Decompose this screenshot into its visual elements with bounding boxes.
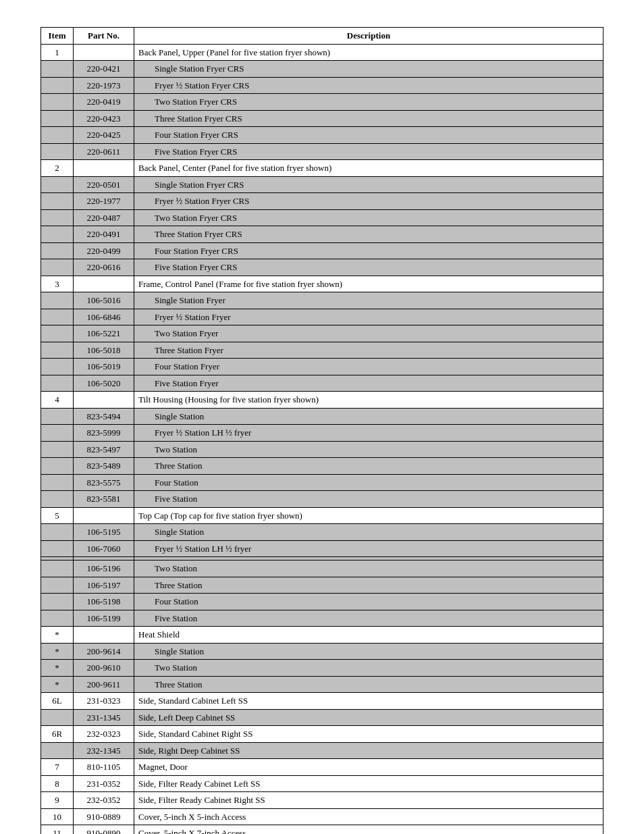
cell-part: 810-1105 <box>74 759 134 776</box>
cell-desc: Two Station Fryer CRS <box>134 209 603 226</box>
table-row: *200-9611Three Station <box>41 676 603 693</box>
cell-part: 220-0425 <box>74 127 134 144</box>
cell-item <box>41 193 74 210</box>
cell-desc: Three Station <box>134 458 603 475</box>
cell-desc: Five Station <box>134 491 603 508</box>
cell-item <box>41 226 74 243</box>
cell-item <box>41 594 74 610</box>
cell-part: 106-5018 <box>74 342 134 359</box>
table-row: 106-5199Five Station <box>41 610 603 627</box>
table-row: 220-0423Three Station Fryer CRS <box>41 110 603 127</box>
cell-part: 200-9610 <box>74 660 134 677</box>
cell-item <box>41 143 74 160</box>
table-row: *Heat Shield <box>41 627 603 644</box>
cell-item <box>41 259 74 276</box>
cell-part: 106-5019 <box>74 359 134 375</box>
cell-item: 10 <box>41 808 74 825</box>
table-row: 220-0487Two Station Fryer CRS <box>41 209 603 226</box>
table-row: 106-5019Four Station Fryer <box>41 359 603 375</box>
cell-part: 232-1345 <box>74 742 134 759</box>
cell-item: * <box>41 660 74 677</box>
cell-desc: Two Station Fryer CRS <box>134 94 603 111</box>
cell-part: 220-0487 <box>74 209 134 226</box>
cell-desc: Side, Right Deep Cabinet SS <box>134 742 603 759</box>
cell-part: 823-5999 <box>74 425 134 442</box>
cell-desc: Single Station <box>134 643 603 660</box>
cell-item <box>41 176 74 193</box>
cell-desc: Side, Standard Cabinet Left SS <box>134 693 603 710</box>
cell-part: 106-5196 <box>74 561 134 577</box>
cell-item: 6L <box>41 693 74 710</box>
cell-part: 220-0491 <box>74 226 134 243</box>
cell-part: 106-6846 <box>74 309 134 325</box>
cell-desc: Fryer ½ Station Fryer CRS <box>134 77 603 94</box>
table-row: 220-0616Five Station Fryer CRS <box>41 259 603 276</box>
cell-desc: Single Station Fryer <box>134 292 603 309</box>
table-row: 9232-0352Side, Filter Ready Cabinet Righ… <box>41 792 603 809</box>
cell-desc: Two Station <box>134 660 603 677</box>
cell-item: 9 <box>41 792 74 809</box>
table-row: 6R232-0323Side, Standard Cabinet Right S… <box>41 726 603 743</box>
cell-part: 220-0423 <box>74 110 134 127</box>
table-row: 823-5999Fryer ½ Station LH ½ fryer <box>41 425 603 442</box>
cell-item <box>41 408 74 425</box>
table-row: 8231-0352Side, Filter Ready Cabinet Left… <box>41 775 603 792</box>
cell-desc: Three Station Fryer CRS <box>134 226 603 243</box>
cell-desc: Side, Filter Ready Cabinet Left SS <box>134 775 603 792</box>
parts-table: Item Part No. Description 1Back Panel, U… <box>41 27 603 834</box>
cell-part <box>74 276 134 292</box>
cell-desc: Heat Shield <box>134 627 603 644</box>
cell-item <box>41 610 74 627</box>
cell-part: 220-0419 <box>74 94 134 111</box>
table-row: 220-0421Single Station Fryer CRS <box>41 61 603 78</box>
cell-desc: Fryer ½ Station Fryer <box>134 309 603 325</box>
cell-part: 220-1977 <box>74 193 134 210</box>
cell-desc: Four Station Fryer CRS <box>134 127 603 144</box>
cell-desc: Fryer ½ Station LH ½ fryer <box>134 540 603 557</box>
cell-part: 231-1345 <box>74 709 134 726</box>
cell-item <box>41 742 74 759</box>
cell-part: 106-5198 <box>74 594 134 610</box>
cell-part <box>74 44 134 61</box>
cell-desc: Four Station <box>134 594 603 610</box>
cell-item <box>41 209 74 226</box>
cell-item: * <box>41 643 74 660</box>
cell-item: 7 <box>41 759 74 776</box>
cell-part: 220-0501 <box>74 176 134 193</box>
table-row: 232-1345Side, Right Deep Cabinet SS <box>41 742 603 759</box>
table-row: 823-5489Three Station <box>41 458 603 475</box>
cell-item <box>41 458 74 475</box>
cell-desc: Four Station Fryer <box>134 359 603 375</box>
table-row: 3Frame, Control Panel (Frame for five st… <box>41 276 603 292</box>
page-container: Item Part No. Description 1Back Panel, U… <box>41 27 603 834</box>
table-row: 10910-0889Cover, 5-inch X 5-inch Access <box>41 808 603 825</box>
cell-desc: Back Panel, Upper (Panel for five statio… <box>134 44 603 61</box>
table-row: 106-5195Single Station <box>41 524 603 541</box>
cell-part: 220-0616 <box>74 259 134 276</box>
cell-item: 4 <box>41 392 74 409</box>
cell-item <box>41 524 74 541</box>
cell-desc: Five Station Fryer CRS <box>134 259 603 276</box>
table-row: 823-5497Two Station <box>41 441 603 458</box>
cell-desc: Four Station Fryer CRS <box>134 242 603 259</box>
cell-desc: Side, Left Deep Cabinet SS <box>134 709 603 726</box>
table-row: 6L231-0323Side, Standard Cabinet Left SS <box>41 693 603 710</box>
table-row: 823-5575Four Station <box>41 474 603 491</box>
cell-desc: Single Station <box>134 524 603 541</box>
cell-item <box>41 292 74 309</box>
table-row: 220-0419Two Station Fryer CRS <box>41 94 603 111</box>
header-part: Part No. <box>74 28 134 45</box>
cell-part: 220-1973 <box>74 77 134 94</box>
cell-item <box>41 127 74 144</box>
table-row: 1Back Panel, Upper (Panel for five stati… <box>41 44 603 61</box>
cell-item <box>41 342 74 359</box>
table-row: 106-5197Three Station <box>41 577 603 594</box>
cell-item: 5 <box>41 507 74 524</box>
table-row: 220-0501Single Station Fryer CRS <box>41 176 603 193</box>
table-row: 106-5221Two Station Fryer <box>41 325 603 342</box>
cell-part <box>74 160 134 177</box>
table-row: 220-0425Four Station Fryer CRS <box>41 127 603 144</box>
cell-item: 3 <box>41 276 74 292</box>
cell-desc: Fryer ½ Station LH ½ fryer <box>134 425 603 442</box>
table-row: 11910-0890Cover, 5-inch X 7-inch Access <box>41 825 603 835</box>
